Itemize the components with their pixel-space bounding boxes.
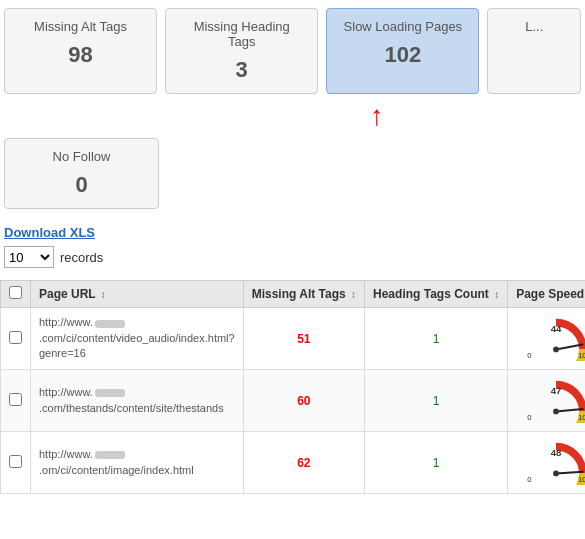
speedometer-gauge: 010047 (521, 375, 585, 423)
row-speed-cell: 010048 (508, 432, 585, 494)
svg-point-11 (553, 471, 559, 477)
svg-text:48: 48 (550, 447, 561, 458)
card-missing-heading-tags-value: 3 (182, 57, 301, 83)
row-checkbox-cell[interactable] (1, 432, 31, 494)
svg-point-1 (553, 347, 559, 353)
svg-line-0 (556, 344, 582, 349)
th-page-url[interactable]: Page URL ↕ (31, 281, 244, 308)
records-label: records (60, 250, 103, 265)
row-missing-alt: 51 (243, 308, 364, 370)
row-url-cell: http://www..com/ci/content/video_audio/i… (31, 308, 244, 370)
row-heading-count: 1 (365, 432, 508, 494)
tools-section: Download XLS 10 25 50 100 records (0, 217, 585, 272)
row-checkbox[interactable] (9, 393, 22, 406)
svg-line-10 (556, 472, 583, 474)
table-row: http://www..com/thestands/content/site/t… (1, 370, 586, 432)
svg-line-5 (556, 409, 583, 411)
sort-alt-icon: ↕ (351, 289, 356, 300)
row-missing-alt: 60 (243, 370, 364, 432)
th-page-speed[interactable]: Page Speed – (508, 281, 585, 308)
svg-text:100: 100 (578, 413, 585, 422)
second-cards-row: No Follow 0 (0, 138, 585, 217)
svg-text:44: 44 (550, 323, 561, 334)
svg-point-6 (553, 409, 559, 415)
row-speed-cell: 010047 (508, 370, 585, 432)
table-header: Page URL ↕ Missing Alt Tags ↕ Heading Ta… (1, 281, 586, 308)
speedometer-gauge: 010044 (521, 313, 585, 361)
row-checkbox-cell[interactable] (1, 308, 31, 370)
records-per-page-select[interactable]: 10 25 50 100 (4, 246, 54, 268)
svg-text:47: 47 (550, 385, 561, 396)
card-missing-heading-tags-title: Missing Heading Tags (182, 19, 301, 49)
svg-text:0: 0 (527, 413, 531, 422)
th-checkbox (1, 281, 31, 308)
card-missing-heading-tags[interactable]: Missing Heading Tags 3 (165, 8, 318, 94)
card-no-follow[interactable]: No Follow 0 (4, 138, 159, 209)
svg-text:0: 0 (527, 475, 531, 484)
card-placeholder-title: L... (504, 19, 564, 34)
th-heading-tags-count[interactable]: Heading Tags Count ↕ (365, 281, 508, 308)
card-missing-alt-tags-value: 98 (21, 42, 140, 68)
card-no-follow-title: No Follow (21, 149, 142, 164)
row-speed-cell: 010044 (508, 308, 585, 370)
speedometer-gauge: 010048 (521, 437, 585, 485)
row-checkbox[interactable] (9, 455, 22, 468)
up-arrow-indicator: ↑ (370, 102, 384, 142)
arrow-row: ↑ (0, 102, 585, 142)
download-xls-link[interactable]: Download XLS (4, 225, 95, 240)
top-cards-row: Missing Alt Tags 98 Missing Heading Tags… (0, 0, 585, 102)
table-row: http://www..om/ci/content/image/index.ht… (1, 432, 586, 494)
row-checkbox-cell[interactable] (1, 370, 31, 432)
svg-text:100: 100 (578, 351, 585, 360)
sort-heading-icon: ↕ (494, 289, 499, 300)
row-heading-count: 1 (365, 370, 508, 432)
row-heading-count: 1 (365, 308, 508, 370)
records-row: 10 25 50 100 records (4, 246, 581, 268)
table-row: http://www..com/ci/content/video_audio/i… (1, 308, 586, 370)
card-no-follow-value: 0 (21, 172, 142, 198)
card-missing-alt-tags-title: Missing Alt Tags (21, 19, 140, 34)
svg-text:100: 100 (578, 475, 585, 484)
sort-url-icon: ↕ (101, 289, 106, 300)
row-url-cell: http://www..om/ci/content/image/index.ht… (31, 432, 244, 494)
select-all-checkbox[interactable] (9, 286, 22, 299)
card-slow-loading-pages-title: Slow Loading Pages (343, 19, 462, 34)
th-missing-alt-tags[interactable]: Missing Alt Tags ↕ (243, 281, 364, 308)
card-placeholder[interactable]: L... (487, 8, 581, 94)
data-table: Page URL ↕ Missing Alt Tags ↕ Heading Ta… (0, 280, 585, 494)
row-missing-alt: 62 (243, 432, 364, 494)
card-slow-loading-pages-value: 102 (343, 42, 462, 68)
table-body: http://www..com/ci/content/video_audio/i… (1, 308, 586, 494)
card-missing-alt-tags[interactable]: Missing Alt Tags 98 (4, 8, 157, 94)
card-slow-loading-pages[interactable]: Slow Loading Pages 102 (326, 8, 479, 94)
svg-text:0: 0 (527, 351, 531, 360)
row-checkbox[interactable] (9, 331, 22, 344)
row-url-cell: http://www..com/thestands/content/site/t… (31, 370, 244, 432)
